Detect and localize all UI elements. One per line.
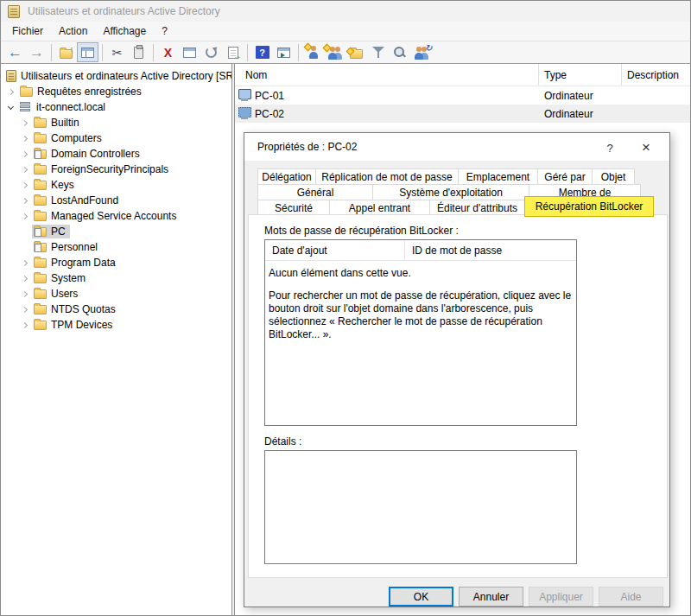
chevron-right-icon[interactable] xyxy=(22,259,28,265)
bitlocker-passwords-list[interactable]: Date d'ajout ID de mot de passe Aucun él… xyxy=(264,239,577,426)
list-row-pc-02[interactable]: PC-02 Ordinateur xyxy=(235,105,690,123)
new-organizational-unit-icon[interactable] xyxy=(346,42,367,62)
toolbar-separator xyxy=(247,44,248,61)
export-list-icon[interactable] xyxy=(222,42,244,62)
help-icon[interactable]: ? xyxy=(251,42,273,62)
folder-icon xyxy=(34,258,47,268)
mmc-console-icon xyxy=(8,5,20,18)
column-header-description[interactable]: Description xyxy=(622,64,690,86)
menu-fichier[interactable]: Fichier xyxy=(4,23,51,39)
delete-icon[interactable]: X xyxy=(157,42,179,62)
tree-item-users[interactable]: Users xyxy=(1,286,231,302)
apply-button[interactable]: Appliquer xyxy=(529,587,593,606)
chevron-right-icon[interactable] xyxy=(8,88,14,94)
tree-item-pc[interactable]: PC xyxy=(1,224,231,239)
folder-icon xyxy=(34,134,47,143)
organizational-unit-icon xyxy=(34,149,47,159)
dialog-help-icon[interactable]: ? xyxy=(597,138,623,157)
change-domain-icon[interactable]: ↻ xyxy=(410,42,432,62)
tree-item-builtin[interactable]: Builtin xyxy=(1,115,231,130)
folder-icon xyxy=(34,274,47,283)
tree-item-domain[interactable]: it-connect.local xyxy=(1,99,231,115)
tree-item-ntds-quotas[interactable]: NTDS Quotas xyxy=(1,302,231,317)
column-header-id-mot-de-passe[interactable]: ID de mot de passe xyxy=(405,240,576,260)
paste-icon[interactable] xyxy=(128,42,149,62)
console-window-icon[interactable] xyxy=(273,42,295,62)
refresh-icon[interactable] xyxy=(200,42,222,62)
tab-emplacement[interactable]: Emplacement xyxy=(458,168,538,185)
organizational-unit-icon xyxy=(34,227,47,237)
chevron-right-icon[interactable] xyxy=(22,150,28,156)
tree-item-keys[interactable]: Keys xyxy=(1,177,231,193)
show-console-tree-icon[interactable] xyxy=(77,42,98,62)
new-group-icon[interactable] xyxy=(324,42,346,62)
tab-replication-mot-de-passe[interactable]: Réplication de mot de passe xyxy=(315,168,459,185)
tab-general[interactable]: Général xyxy=(257,184,373,200)
tree-item-domain-controllers[interactable]: Domain Controllers xyxy=(1,146,231,162)
chevron-right-icon[interactable] xyxy=(22,135,28,141)
tree-item-fsp[interactable]: ForeignSecurityPrincipals xyxy=(1,162,231,177)
search-hint-text: Pour rechercher un mot de passe de récup… xyxy=(269,289,573,341)
tree-item-program-data[interactable]: Program Data xyxy=(1,255,231,270)
empty-view-text: Aucun élément dans cette vue. xyxy=(269,267,573,279)
column-header-date-ajout[interactable]: Date d'ajout xyxy=(265,240,405,260)
filter-icon[interactable] xyxy=(367,42,389,62)
menu-action[interactable]: Action xyxy=(51,23,95,39)
organizational-unit-icon xyxy=(34,243,47,252)
tree-item-msa[interactable]: Managed Service Accounts xyxy=(1,208,231,224)
tab-gere-par[interactable]: Géré par xyxy=(537,168,593,185)
menu-help[interactable]: ? xyxy=(154,23,175,39)
window-title-bar[interactable]: Utilisateurs et ordinateurs Active Direc… xyxy=(1,1,690,22)
chevron-right-icon[interactable] xyxy=(22,181,28,187)
tree-item-system[interactable]: System xyxy=(1,270,231,286)
chevron-right-icon[interactable] xyxy=(22,290,28,296)
folder-icon xyxy=(34,305,47,314)
chevron-right-icon[interactable] xyxy=(22,275,28,281)
ok-button[interactable]: OK xyxy=(389,587,453,606)
folder-icon xyxy=(34,118,47,128)
tab-objet[interactable]: Objet xyxy=(592,168,635,185)
chevron-right-icon[interactable] xyxy=(22,119,28,125)
tab-systeme-exploitation[interactable]: Système d'exploitation xyxy=(372,184,529,200)
details-box[interactable] xyxy=(264,450,577,564)
menu-affichage[interactable]: Affichage xyxy=(95,23,154,39)
domain-icon xyxy=(20,101,32,114)
folder-icon xyxy=(34,212,47,221)
dialog-title-bar[interactable]: Propriétés de : PC-02 ? × xyxy=(244,133,669,161)
find-icon[interactable] xyxy=(389,42,410,62)
forward-icon[interactable]: → xyxy=(26,42,48,62)
help-button[interactable]: Aide xyxy=(599,587,663,606)
up-one-level-icon[interactable] xyxy=(55,42,77,62)
details-label: Détails : xyxy=(264,435,301,448)
toolbar-separator xyxy=(51,44,52,61)
column-header-type[interactable]: Type xyxy=(539,64,622,86)
list-row-pc-01[interactable]: PC-01 Ordinateur xyxy=(235,86,690,105)
folder-icon xyxy=(34,196,47,206)
tab-recuperation-bitlocker[interactable]: Récupération BitLocker xyxy=(524,196,654,217)
close-icon[interactable]: × xyxy=(633,138,659,157)
tab-delegation[interactable]: Délégation xyxy=(257,168,316,185)
tree-item-requetes[interactable]: Requêtes enregistrées xyxy=(1,84,231,99)
console-icon xyxy=(6,70,16,82)
folder-icon xyxy=(34,165,47,175)
chevron-right-icon[interactable] xyxy=(22,321,28,327)
tree-item-personnel[interactable]: Personnel xyxy=(1,239,231,255)
aduc-window: Utilisateurs et ordinateurs Active Direc… xyxy=(0,0,691,616)
cancel-button[interactable]: Annuler xyxy=(459,587,523,606)
column-header-nom[interactable]: Nom xyxy=(235,64,539,86)
tree-item-lostandfound[interactable]: LostAndFound xyxy=(1,193,231,208)
tree-item-computers[interactable]: Computers xyxy=(1,130,231,146)
chevron-right-icon[interactable] xyxy=(22,197,28,203)
tree-item-tpm-devices[interactable]: TPM Devices xyxy=(1,317,231,333)
toolbar-separator xyxy=(298,44,299,61)
tree-item-root[interactable]: Utilisateurs et ordinateurs Active Direc… xyxy=(1,68,231,84)
toolbar-separator xyxy=(153,44,154,61)
chevron-right-icon[interactable] xyxy=(22,213,28,219)
chevron-right-icon[interactable] xyxy=(22,166,28,172)
chevron-down-icon[interactable] xyxy=(8,103,14,109)
chevron-right-icon[interactable] xyxy=(22,306,28,312)
back-icon[interactable]: ← xyxy=(4,42,26,62)
properties-icon[interactable] xyxy=(179,42,200,62)
cut-icon[interactable]: ✂ xyxy=(106,42,128,62)
new-user-icon[interactable] xyxy=(302,42,324,62)
